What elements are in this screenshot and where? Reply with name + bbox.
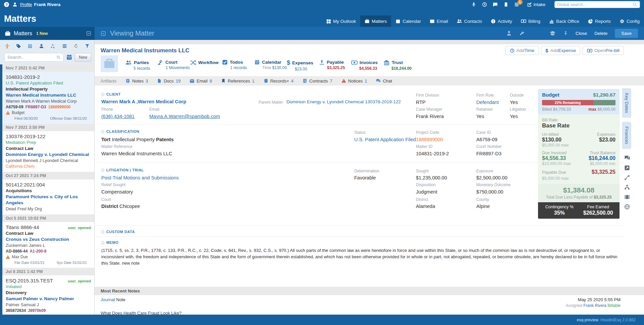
film-icon[interactable] bbox=[624, 194, 630, 200]
nav-back-office[interactable]: Back Office bbox=[545, 15, 584, 27]
feature-expenses[interactable]: $Expenses $23.00 bbox=[287, 55, 319, 72]
feature-workflow[interactable]: Workflow bbox=[190, 55, 222, 66]
client-figure-icon[interactable] bbox=[5, 43, 10, 49]
open-prebill-button[interactable]: OpenPre-bill bbox=[583, 46, 624, 55]
nav-calendar[interactable]: Calendar bbox=[391, 15, 425, 27]
phone-link[interactable]: (636) 434-1081 bbox=[101, 114, 135, 119]
calendar-icon[interactable] bbox=[28, 43, 33, 49]
tab-references[interactable]: References1 bbox=[221, 78, 255, 84]
assignee-icon[interactable] bbox=[506, 31, 512, 36]
graduation-cap-icon[interactable] bbox=[549, 30, 556, 37]
note-type-link[interactable]: Journal bbox=[101, 297, 115, 302]
project-code: 1888999000 bbox=[48, 104, 71, 110]
tab-key-dates[interactable]: Key Dates bbox=[622, 88, 631, 118]
tab-notices[interactable]: Notices1 bbox=[341, 78, 367, 84]
feature-calendar[interactable]: Calendar Time $130.00 bbox=[254, 55, 287, 71]
delete-button[interactable]: Delete bbox=[594, 31, 607, 36]
feature-label: Invoices bbox=[360, 60, 378, 65]
messages-icon[interactable] bbox=[493, 2, 498, 7]
phone-icon[interactable] bbox=[503, 2, 508, 7]
tab-docs[interactable]: Docs19 bbox=[157, 78, 180, 84]
nav-contacts[interactable]: Contacts bbox=[452, 15, 486, 27]
matter-detail: CLIENT Warren Mark A ,Warren Medical Cor… bbox=[95, 86, 644, 287]
tab-artifacts[interactable]: Artifacts bbox=[101, 78, 116, 84]
matter-tag: California Chem bbox=[6, 164, 91, 169]
tab-email[interactable]: Email8 bbox=[190, 78, 212, 84]
budget-progress-fill bbox=[593, 100, 615, 105]
nav-activity[interactable]: Activity bbox=[486, 15, 517, 27]
note-row[interactable]: Journal Note May 25 2020 5:55 PM Assigne… bbox=[95, 295, 644, 308]
chat-bubbles-icon[interactable] bbox=[624, 155, 630, 161]
external-link-icon[interactable] bbox=[624, 165, 630, 171]
global-search-input[interactable] bbox=[557, 2, 632, 7]
matter-list-item[interactable]: 130378-2019-122 Mediation Prep Contract … bbox=[2, 131, 94, 172]
help-icon[interactable]: ? bbox=[4, 2, 9, 7]
feature-trust[interactable]: Trust $16,244.00 bbox=[383, 55, 416, 71]
nav-matters[interactable]: Matters bbox=[360, 15, 391, 27]
date-filter-icon[interactable] bbox=[66, 54, 72, 60]
microphone-icon[interactable] bbox=[471, 2, 476, 7]
recycle-icon[interactable] bbox=[50, 43, 55, 49]
wrench-icon[interactable] bbox=[519, 31, 525, 36]
close-button[interactable]: Close bbox=[576, 31, 587, 36]
matter-list-item[interactable]: 501412:2021:004 Acquisitions Paramount P… bbox=[2, 179, 94, 215]
matter-list-item[interactable]: ESQ.2015.315.TEST user_opened Initiated … bbox=[2, 275, 94, 315]
tab-finances[interactable]: Finances bbox=[622, 122, 631, 149]
matter-list-item[interactable]: Titans 8866-44 user_opened Contract Law … bbox=[2, 222, 94, 268]
assigned-name[interactable]: Frank Rivera bbox=[583, 303, 606, 308]
filter-icon[interactable] bbox=[85, 43, 90, 49]
litigation-stage-link[interactable]: Post-Trial Motions and Submissions bbox=[101, 175, 179, 180]
briefcase-icon bbox=[365, 19, 370, 24]
add-time-button[interactable]: AddTime bbox=[505, 46, 539, 55]
tab-chat[interactable]: Chat bbox=[376, 78, 392, 84]
feature-todos[interactable]: Todos 1 records bbox=[222, 55, 254, 71]
firm-role-value[interactable]: Defendant bbox=[476, 100, 499, 105]
search-icon[interactable] bbox=[56, 55, 61, 60]
tasks-icon[interactable]: 1 bbox=[514, 2, 519, 7]
globe-icon[interactable] bbox=[624, 204, 630, 210]
sidebar: New Nov 7 2021 5:42 PM 104831-2019-2 U.S… bbox=[0, 40, 95, 315]
nav-reports[interactable]: Reports bbox=[584, 15, 615, 27]
matter-list-item[interactable]: 104831-2019-2 U.S. Patent Application Fi… bbox=[2, 72, 94, 124]
client-name-link[interactable]: Warren Mark A ,Warren Medical Corp bbox=[101, 99, 186, 104]
nav-label: My Outlook bbox=[333, 19, 356, 24]
tab-records[interactable]: Records+4 bbox=[264, 78, 293, 84]
payable-max: $5,000.00 max bbox=[542, 176, 569, 181]
intake-button[interactable]: Intake bbox=[527, 2, 545, 7]
route-icon[interactable] bbox=[624, 175, 630, 180]
profile-link[interactable]: Profile bbox=[20, 2, 32, 7]
new-matter-button[interactable]: New bbox=[75, 53, 91, 62]
parent-matter-link[interactable]: Dominion Energy v. Lyondell Chemical 130… bbox=[286, 99, 401, 104]
nav-email[interactable]: Email bbox=[425, 15, 452, 27]
section-custom-data[interactable]: CUSTOM DATA bbox=[101, 230, 135, 234]
add-expense-button[interactable]: $ AddExpense bbox=[541, 46, 580, 55]
feature-payable[interactable]: Payable $3,325.25 bbox=[319, 55, 351, 71]
email-label: Email bbox=[149, 107, 159, 112]
tag-icon[interactable] bbox=[16, 43, 21, 49]
budget-title[interactable]: Budget bbox=[542, 92, 559, 98]
clock-icon[interactable] bbox=[482, 2, 487, 7]
feature-parties[interactable]: Parties 5 records bbox=[125, 55, 158, 71]
person-icon[interactable] bbox=[39, 43, 44, 49]
email-link[interactable]: Mayra.A.Warren@spambob.com bbox=[149, 114, 220, 119]
list-icon[interactable] bbox=[62, 43, 67, 49]
section-memo[interactable]: MEMO bbox=[101, 240, 118, 245]
refresh-icon[interactable] bbox=[73, 43, 78, 49]
footer-version[interactable]: HoudiniEsq 2.0.882 bbox=[600, 318, 636, 322]
nav-my-outlook[interactable]: My Outlook bbox=[322, 15, 360, 27]
sitemap-icon[interactable] bbox=[624, 184, 630, 190]
save-button[interactable]: Save bbox=[615, 29, 638, 38]
status-link[interactable]: U.S. Patent Application Filed bbox=[354, 137, 416, 142]
pin-icon[interactable] bbox=[563, 31, 568, 36]
tab-contracts[interactable]: Contracts7 bbox=[303, 78, 332, 84]
dock-panel-icon[interactable] bbox=[86, 31, 91, 36]
nav-billing[interactable]: Billing bbox=[517, 15, 545, 27]
feature-invoices[interactable]: Invoices $4,556.33 bbox=[351, 55, 383, 71]
alert-row: Budget bbox=[6, 110, 91, 116]
nav-config[interactable]: Config bbox=[615, 15, 644, 27]
collapse-panel-icon[interactable] bbox=[101, 31, 106, 36]
sidebar-search-input[interactable] bbox=[7, 55, 56, 60]
tab-notes[interactable]: Notes3 bbox=[125, 78, 148, 84]
feature-court[interactable]: Court 1 Movements bbox=[158, 55, 190, 71]
search-icon[interactable] bbox=[632, 2, 637, 7]
